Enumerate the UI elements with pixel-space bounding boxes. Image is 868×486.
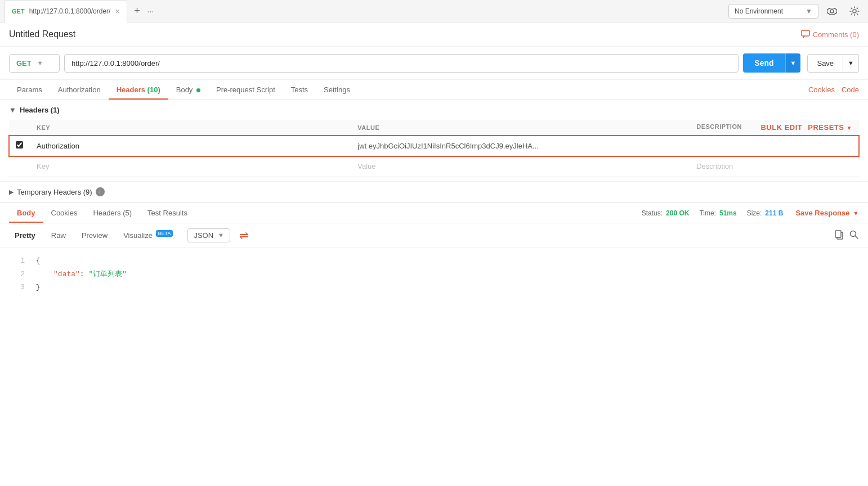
svg-rect-5: [835, 231, 841, 237]
format-select[interactable]: JSON ▼: [187, 228, 230, 242]
tab-url: http://127.0.0.1:8000/order/: [29, 7, 111, 15]
tab-tests[interactable]: Tests: [283, 80, 316, 100]
line-number: 2: [9, 268, 25, 281]
response-area: Body Cookies Headers (5) Test Results St…: [0, 202, 868, 301]
empty-key-cell[interactable]: Key: [30, 156, 351, 177]
save-response-button[interactable]: Save Response ▼: [795, 209, 859, 217]
tab-method: GET: [12, 8, 25, 15]
method-select[interactable]: GET ▼: [9, 54, 60, 73]
svg-point-0: [827, 8, 837, 15]
status-label: Status:: [642, 209, 663, 217]
response-tab-cookies[interactable]: Cookies: [43, 203, 86, 223]
tab-close-button[interactable]: ×: [115, 7, 119, 15]
response-tabs: Body Cookies Headers (5) Test Results St…: [0, 203, 868, 223]
row-key-cell[interactable]: Authorization: [30, 136, 351, 156]
row-checkbox[interactable]: [16, 141, 23, 148]
eye-icon-button[interactable]: [823, 2, 841, 20]
tab-headers[interactable]: Headers (10): [109, 80, 168, 100]
comments-link[interactable]: Comments (0): [801, 30, 859, 39]
json-value-data: "订单列表": [88, 270, 127, 278]
body-dot: [196, 88, 200, 92]
json-brace-open: {: [36, 256, 41, 265]
svg-point-2: [853, 10, 856, 13]
comment-icon: [801, 30, 810, 39]
value-placeholder: Value: [357, 162, 375, 170]
save-button-group: Save ▼: [807, 54, 859, 73]
wrap-icon[interactable]: ⇌: [239, 228, 249, 242]
url-bar: GET ▼ Send ▼ Save ▼: [0, 47, 868, 80]
headers-table: KEY VALUE DESCRIPTION Bulk Edit Presets …: [9, 120, 859, 177]
tab-bar-right: No Environment ▼: [728, 2, 863, 20]
bulk-edit-button[interactable]: Bulk Edit: [760, 123, 802, 132]
view-tab-visualize[interactable]: Visualize BETA: [118, 228, 178, 242]
empty-desc-cell[interactable]: Description: [690, 156, 859, 177]
line-number: 3: [9, 281, 25, 294]
tab-params[interactable]: Params: [9, 80, 50, 100]
col-key: KEY: [30, 120, 351, 136]
eye-icon: [827, 8, 837, 15]
new-tab-button[interactable]: +: [129, 3, 145, 19]
request-tab[interactable]: GET http://127.0.0.1:8000/order/ ×: [5, 0, 127, 22]
tab-bar: GET http://127.0.0.1:8000/order/ × + ···…: [0, 0, 868, 22]
body-toolbar: Pretty Raw Preview Visualize BETA JSON ▼…: [0, 223, 868, 248]
env-dropdown-arrow: ▼: [806, 7, 812, 15]
response-status-bar: Status: 200 OK Time: 51ms Size: 211 B Sa…: [642, 209, 859, 217]
headers-badge: (10): [147, 86, 160, 94]
copy-icon: [834, 230, 844, 240]
environment-label: No Environment: [735, 7, 783, 15]
info-icon[interactable]: i: [96, 187, 105, 196]
send-button-group: Send ▼: [743, 53, 800, 73]
row-checkbox-cell[interactable]: [9, 136, 30, 156]
method-label: GET: [16, 59, 32, 68]
row-desc-cell[interactable]: [690, 136, 859, 156]
method-arrow: ▼: [37, 60, 43, 66]
response-tab-headers[interactable]: Headers (5): [85, 203, 140, 223]
empty-checkbox-cell: [9, 156, 30, 177]
json-brace-close: }: [36, 283, 41, 291]
svg-point-1: [830, 10, 834, 13]
view-tab-raw[interactable]: Raw: [46, 228, 71, 242]
temporary-headers-row[interactable]: ▶ Temporary Headers (9) i: [0, 181, 868, 202]
send-button[interactable]: Send: [743, 53, 785, 73]
settings-icon-button[interactable]: [845, 2, 863, 20]
tab-pre-request-script[interactable]: Pre-request Script: [208, 80, 283, 100]
tab-body[interactable]: Body: [168, 80, 208, 100]
comments-label: Comments (0): [813, 30, 859, 39]
json-line-1: 1 {: [9, 254, 859, 267]
headers-section-header[interactable]: ▼ Headers (1): [0, 100, 868, 120]
json-viewer: 1 { 2 "data": "订单列表" 3 }: [0, 248, 868, 300]
tab-authorization[interactable]: Authorization: [50, 80, 109, 100]
svg-line-7: [856, 236, 858, 238]
save-button[interactable]: Save: [807, 54, 843, 73]
view-tab-pretty[interactable]: Pretty: [9, 228, 41, 242]
code-link[interactable]: Code: [842, 86, 859, 94]
gear-icon: [849, 6, 860, 16]
response-tab-test-results[interactable]: Test Results: [140, 203, 195, 223]
empty-row: Key Value Description: [9, 156, 859, 177]
send-dropdown-button[interactable]: ▼: [785, 53, 801, 73]
cookies-link[interactable]: Cookies: [808, 86, 835, 94]
status-value: 200 OK: [666, 209, 689, 217]
search-icon-button[interactable]: [849, 230, 859, 241]
desc-placeholder: Description: [696, 162, 733, 170]
temp-headers-title: Temporary Headers (9): [17, 188, 92, 196]
response-tab-body[interactable]: Body: [9, 203, 43, 223]
view-tab-preview[interactable]: Preview: [76, 228, 113, 242]
copy-icon-button[interactable]: [834, 230, 844, 241]
col-description: DESCRIPTION Bulk Edit Presets ▼: [690, 120, 859, 136]
line-number: 1: [9, 254, 25, 267]
tab-settings[interactable]: Settings: [316, 80, 358, 100]
table-row: Authorization jwt eyJhbGciOiJIUzI1NiIsIn…: [9, 136, 859, 156]
beta-badge: BETA: [156, 230, 173, 237]
temp-headers-arrow: ▶: [9, 188, 14, 196]
col-checkbox: [9, 120, 30, 136]
row-value-cell[interactable]: jwt eyJhbGciOiJIUzI1NiIsInR5cCl6Imp3dCJ9…: [351, 136, 690, 156]
empty-value-cell[interactable]: Value: [351, 156, 690, 177]
environment-dropdown[interactable]: No Environment ▼: [728, 4, 818, 19]
headers-table-container: KEY VALUE DESCRIPTION Bulk Edit Presets …: [0, 120, 868, 181]
row-key: Authorization: [37, 142, 79, 150]
presets-button[interactable]: Presets ▼: [808, 123, 852, 132]
url-input[interactable]: [64, 54, 739, 73]
save-dropdown-button[interactable]: ▼: [843, 54, 859, 73]
more-tabs-button[interactable]: ···: [147, 7, 154, 16]
